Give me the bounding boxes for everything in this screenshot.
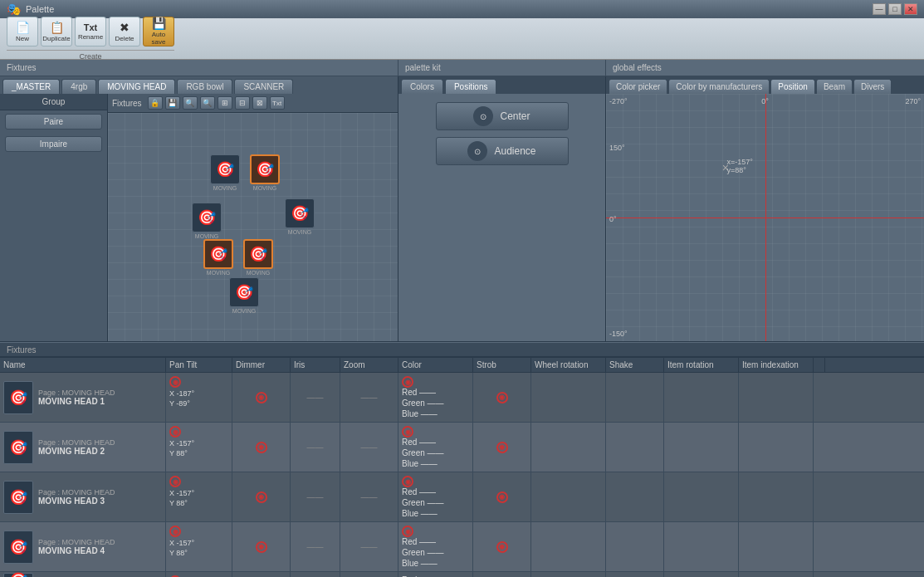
title-bar-title: Palette	[26, 4, 54, 14]
pantilt-row-4: ◉	[169, 526, 194, 537]
audience-button[interactable]: ⊙ Audience	[436, 137, 569, 165]
x-val-1: X -187°	[169, 389, 194, 398]
y-coord: y=88°	[727, 166, 753, 174]
zoom-in-button[interactable]: 🔍	[183, 96, 198, 110]
th-shake: Shake	[606, 358, 664, 372]
tab-moving-head[interactable]: MOVING HEAD	[98, 79, 175, 94]
td-item-rot-2	[664, 423, 739, 472]
zoom-out-button[interactable]: 🔍	[200, 96, 215, 110]
fixture-2[interactable]: 🎯 MOVING	[247, 154, 282, 191]
autosave-button[interactable]: 💾 Autosave	[143, 17, 174, 46]
zoom-val-4: ——	[361, 542, 378, 551]
td-dimmer-5	[232, 572, 291, 577]
td-strob-3: ◉	[473, 472, 531, 521]
text-view-button[interactable]: Txt	[270, 96, 285, 110]
y-val-3: Y 88°	[169, 499, 194, 507]
th-wheel-rotation: Wheel rotation	[531, 358, 606, 372]
td-item-rot-3	[664, 472, 739, 521]
delete-label: Delete	[115, 36, 134, 43]
td-name-2: 🎯 Page : MOVING HEAD MOVING HEAD 2	[0, 423, 166, 472]
td-item-idx-2	[739, 423, 814, 472]
name-fixture-1: MOVING HEAD 1	[38, 397, 115, 406]
grid-medium-button[interactable]: ⊟	[235, 96, 250, 110]
name-info-3: Page : MOVING HEAD MOVING HEAD 3	[38, 488, 115, 506]
color-green-2: Green ——	[402, 448, 444, 457]
pantilt-row-3: ◉	[169, 476, 194, 487]
title-bar: 🎭 Palette — □ ✕	[0, 0, 924, 18]
table-row: 🎯 Page : MOVING HEAD ◉ Red ——	[0, 572, 924, 577]
name-fixture-2: MOVING HEAD 2	[38, 447, 115, 456]
td-strob-2: ◉	[473, 423, 531, 472]
fixture-thumb-2: 🎯	[3, 431, 33, 464]
td-color-3: ◉ Red —— Green —— Blue ——	[398, 472, 473, 521]
dimmer-icon-4: ◉	[256, 541, 267, 553]
fixtures-grid[interactable]: 🎯 MOVING 🎯 MOVING 🎯 MOVING	[108, 113, 398, 341]
fixture-1[interactable]: 🎯 MOVING	[208, 154, 242, 191]
td-zoom-3: ——	[340, 472, 398, 521]
main-content: _MASTER 4rgb MOVING HEAD RGB bowl SCANNE…	[0, 76, 924, 342]
fixtures-panel: Fixtures 🔒 💾 🔍 🔍 ⊞ ⊟ ⊠ Txt 🎯 MOVING	[108, 94, 398, 341]
delete-button[interactable]: ✖ Delete	[109, 17, 140, 46]
td-pantilt-4: ◉ X -157° Y 88°	[166, 522, 232, 571]
tab-rgb-bowl[interactable]: RGB bowl	[177, 79, 232, 94]
lock-button[interactable]: 🔒	[148, 96, 163, 110]
tab-divers[interactable]: Divers	[853, 79, 892, 94]
duplicate-label: Duplicate	[42, 36, 70, 43]
tab-color-picker[interactable]: Color picker	[609, 79, 667, 94]
th-dimmer: Dimmer	[232, 358, 291, 372]
minimize-button[interactable]: —	[873, 3, 886, 15]
td-iris-5	[291, 572, 340, 577]
fixture-4[interactable]: 🎯 MOVING	[282, 198, 317, 235]
td-strob-1: ◉	[473, 373, 531, 422]
tab-master[interactable]: _MASTER	[2, 79, 60, 94]
table-header: Name Pan Tilt Dimmer Iris Zoom Color Str…	[0, 358, 924, 373]
position-chart[interactable]: 0° -270° 270° 150° -150° 0° x=-157° y=88…	[606, 94, 924, 341]
new-button[interactable]: 📄 New	[7, 17, 38, 46]
fixture-1-label: MOVING	[208, 185, 242, 191]
fixture-5[interactable]: 🎯 MOVING	[201, 239, 236, 276]
tab-positions[interactable]: Positions	[445, 79, 497, 94]
grid-large-button[interactable]: ⊞	[218, 96, 232, 110]
x-val-4: X -157°	[169, 539, 194, 547]
maximize-button[interactable]: □	[888, 3, 902, 15]
color-red-1: Red ——	[402, 388, 444, 397]
th-iris: Iris	[291, 358, 340, 372]
tab-position[interactable]: Position	[770, 79, 815, 94]
fixture-thumb-3: 🎯	[3, 481, 33, 514]
close-button[interactable]: ✕	[904, 3, 917, 15]
fixture-7[interactable]: 🎯 MOVING	[227, 277, 262, 314]
fixtures-title: Fixtures	[112, 99, 142, 108]
rename-button[interactable]: Txt Rename	[75, 17, 106, 46]
tab-beam[interactable]: Beam	[816, 79, 853, 94]
fixture-7-label: MOVING	[227, 308, 262, 314]
tab-colors[interactable]: Colors	[401, 79, 443, 94]
left-inner: Group Paire Impaire Fixtures 🔒 💾 🔍 🔍 ⊞ ⊟…	[0, 94, 398, 341]
tab-4rgb[interactable]: 4rgb	[61, 79, 96, 94]
fixture-7-img: 🎯	[229, 277, 259, 307]
tab-color-manufacturers[interactable]: Color by manufacturers	[668, 79, 770, 94]
fixture-3[interactable]: 🎯 MOVING	[189, 203, 224, 239]
td-pantilt-3: ◉ X -157° Y 88°	[166, 472, 232, 521]
td-iris-4: ——	[291, 522, 340, 571]
grid-small-button[interactable]: ⊠	[252, 96, 267, 110]
color-icon-1: ◉	[402, 376, 413, 388]
section-labels-row: Fixtures palette kit global effects	[0, 60, 924, 76]
fixture-6[interactable]: 🎯 MOVING	[241, 239, 276, 276]
table-row: 🎯 Page : MOVING HEAD MOVING HEAD 3 ◉ X -…	[0, 472, 924, 522]
td-zoom-5	[340, 572, 398, 577]
pantilt-vals-2: ◉ X -157° Y 88°	[169, 426, 194, 457]
td-iris-1: ——	[291, 373, 340, 422]
pantilt-row-2: ◉	[169, 426, 194, 438]
middle-panel: Colors Positions ⊙ Center ⊙ Audience	[398, 76, 606, 341]
td-shake-3	[606, 472, 664, 521]
td-dimmer-2: ◉	[232, 423, 291, 472]
color-icon-3: ◉	[402, 476, 413, 487]
duplicate-button[interactable]: 📋 Duplicate	[41, 17, 72, 46]
save-layout-button[interactable]: 💾	[165, 96, 180, 110]
group-panel: Group Paire Impaire	[0, 94, 108, 341]
title-bar-left: 🎭 Palette	[7, 2, 54, 16]
group-btn-impaire[interactable]: Impaire	[5, 136, 102, 152]
group-btn-paire[interactable]: Paire	[5, 114, 102, 130]
center-button[interactable]: ⊙ Center	[436, 102, 569, 130]
tab-scanner[interactable]: SCANNER	[234, 79, 293, 94]
